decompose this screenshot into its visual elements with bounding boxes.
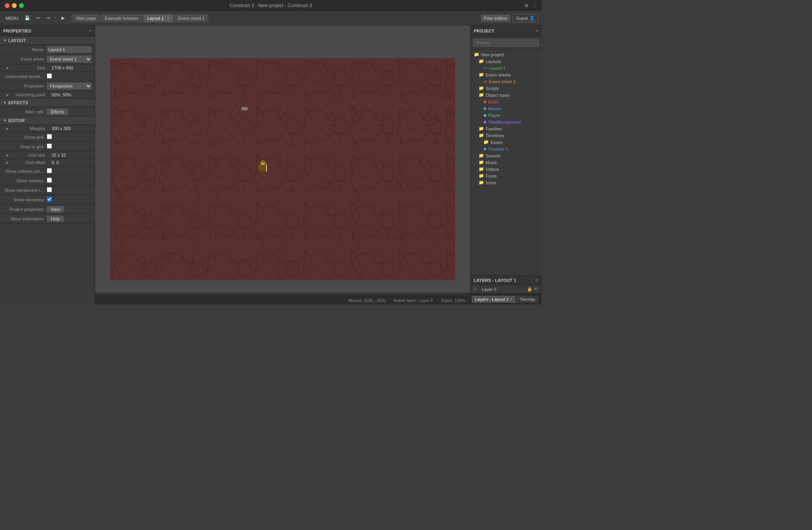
- settings-icon[interactable]: ⚙: [525, 3, 529, 8]
- visibility-icon[interactable]: 👁: [534, 287, 538, 292]
- redo-button[interactable]: ↪: [44, 14, 52, 22]
- tab-events1[interactable]: Event sheet 1: [174, 14, 209, 22]
- layout-section-header[interactable]: ▼ LAYOUT: [0, 36, 95, 45]
- layer-row-0[interactable]: 0 Layer 0 🔒 👁: [471, 285, 541, 293]
- hierarchy-checkbox[interactable]: [47, 197, 52, 202]
- unbounded-checkbox[interactable]: [47, 73, 52, 78]
- projection-select[interactable]: Perspective: [47, 82, 92, 90]
- show-grid-checkbox[interactable]: [47, 134, 52, 139]
- prop-unbounded-value: [47, 73, 92, 79]
- properties-panel-close[interactable]: ×: [88, 28, 92, 34]
- tree-item-event-sheet1[interactable]: ▭ Event sheet 1: [471, 78, 542, 85]
- play-button[interactable]: ▶: [59, 14, 67, 22]
- save-button[interactable]: 💾: [22, 14, 33, 22]
- meshes-checkbox[interactable]: [47, 178, 52, 183]
- tab-layers-layout1[interactable]: Layers - Layout 1 ×: [472, 296, 516, 303]
- tree-item-new-project[interactable]: 📁 New project: [471, 51, 542, 58]
- project-search-input[interactable]: [473, 39, 539, 47]
- tree-item-layout1[interactable]: ▭ Layout 1: [471, 65, 542, 71]
- tree-item-timeline1[interactable]: ◆ Timeline 1: [471, 145, 542, 152]
- effects-section-header[interactable]: ▼ EFFECTS: [0, 99, 95, 107]
- tab-layout1-close[interactable]: ×: [167, 16, 169, 20]
- menu-button[interactable]: MENU: [3, 15, 21, 22]
- prop-margins-label: Margins: [10, 126, 48, 131]
- tree-item-sounds[interactable]: 📁 Sounds: [471, 152, 542, 159]
- prop-translucent-label: Show translucent i...: [3, 188, 47, 193]
- help-button[interactable]: Help: [47, 216, 64, 222]
- name-input[interactable]: [47, 46, 92, 53]
- undo-button[interactable]: ↩: [34, 14, 42, 22]
- player-sprite[interactable]: [255, 158, 271, 174]
- prop-translucent: Show translucent i...: [0, 186, 95, 195]
- prop-translucent-value: [47, 187, 92, 193]
- prop-unbounded-label: Unbounded scrolli...: [3, 74, 47, 79]
- tab-example-browser[interactable]: Example browser: [101, 14, 142, 22]
- tiledbg-icon: ◆: [483, 119, 486, 124]
- prop-event-sheet: Event sheet Event sheet 1: [0, 54, 95, 64]
- layout-canvas[interactable]: [110, 58, 455, 280]
- editor-section-header[interactable]: ▼ EDITOR: [0, 117, 95, 125]
- prop-effects-btn-wrap: Effects: [47, 109, 92, 115]
- layers-panel-close[interactable]: ×: [535, 277, 538, 283]
- grid-offset-arrow-icon: ▶: [6, 161, 9, 165]
- tree-item-label: Player: [488, 113, 500, 118]
- free-edition-button[interactable]: Free edition: [481, 15, 510, 22]
- mouse-icon: ◆: [483, 106, 486, 111]
- collision-checkbox[interactable]: [47, 168, 52, 173]
- snap-to-grid-checkbox[interactable]: [47, 144, 52, 149]
- tab-tilemap[interactable]: Tilemap: [517, 296, 538, 303]
- editor-section-title: EDITOR: [8, 118, 25, 123]
- tab-start-page[interactable]: Start page: [72, 14, 100, 22]
- prop-meshes-value: [47, 178, 92, 184]
- minimize-button[interactable]: [12, 3, 17, 8]
- tree-item-scripts[interactable]: 📁 Scripts: [471, 85, 542, 92]
- layer-icons: 🔒 👁: [527, 287, 538, 292]
- prop-hierarchy-label: Show hierarchy: [3, 197, 47, 202]
- prop-collision: Show collision pol...: [0, 166, 95, 176]
- close-button[interactable]: [5, 3, 10, 8]
- tree-item-player[interactable]: ◆ Player: [471, 112, 542, 119]
- tab-layout1[interactable]: Layout 1 ×: [143, 14, 173, 22]
- tree-item-mouse[interactable]: ◆ Mouse: [471, 105, 542, 112]
- folder-icon: 📁: [479, 180, 484, 185]
- prop-grid-offset-label: Grid offset: [10, 160, 48, 165]
- tree-item-eases[interactable]: 📁 Eases: [471, 139, 542, 145]
- tree-item-music[interactable]: 📁 Music: [471, 159, 542, 166]
- tree-item-fonts[interactable]: 📁 Fonts: [471, 172, 542, 179]
- translucent-checkbox[interactable]: [47, 187, 52, 192]
- tree-item-timelines[interactable]: 📁 Timelines: [471, 132, 542, 139]
- tab-layers-close[interactable]: ×: [510, 297, 513, 301]
- prop-grid-offset-value: 0, 0: [52, 160, 92, 165]
- tree-item-label: Layout 1: [489, 66, 506, 71]
- tree-item-bullet[interactable]: ◆ Bullet: [471, 98, 542, 105]
- prop-collision-label: Show collision pol...: [3, 169, 47, 174]
- horizontal-scrollbar[interactable]: [95, 293, 470, 296]
- tree-item-object-types[interactable]: 📁 Object types: [471, 92, 542, 98]
- project-panel-close[interactable]: ×: [535, 28, 538, 34]
- maximize-button[interactable]: [19, 3, 24, 8]
- tree-item-families[interactable]: 📁 Families: [471, 125, 542, 132]
- properties-panel: PROPERTIES × ▼ LAYOUT Name Event sheet E…: [0, 25, 95, 304]
- prop-name-label: Name: [3, 47, 47, 52]
- tree-item-icons[interactable]: 📁 Icons: [471, 179, 542, 186]
- canvas-area[interactable]: Mouse: (530, -333) Active layer: Layer 0…: [95, 25, 470, 304]
- more-icon[interactable]: ⋮: [532, 3, 537, 8]
- svg-rect-8: [259, 165, 260, 170]
- tree-item-layouts[interactable]: 📁 Layouts: [471, 58, 542, 65]
- tree-item-event-sheets[interactable]: 📁 Event sheets: [471, 71, 542, 78]
- tree-item-tiledbg[interactable]: ◆ TiledBackground: [471, 119, 542, 125]
- view-button[interactable]: View: [47, 206, 64, 212]
- effects-button[interactable]: Effects: [47, 109, 68, 115]
- main-layout: PROPERTIES × ▼ LAYOUT Name Event sheet E…: [0, 25, 542, 304]
- play-icon: ▶: [61, 15, 65, 20]
- bottom-tabs: Layers - Layout 1 × Tilemap: [470, 293, 542, 304]
- tree-item-videos[interactable]: 📁 Videos: [471, 166, 542, 172]
- tree-item-label: Object types: [486, 93, 510, 98]
- guest-button[interactable]: Guest 👤: [513, 14, 538, 22]
- prop-size-label: Size: [10, 65, 48, 70]
- tree-item-label: New project: [481, 52, 504, 57]
- event-sheet-select[interactable]: Event sheet 1: [47, 55, 92, 63]
- lock-icon[interactable]: 🔒: [527, 287, 532, 292]
- prop-project-props: Project properties View: [0, 205, 95, 214]
- folder-icon: 📁: [479, 133, 484, 138]
